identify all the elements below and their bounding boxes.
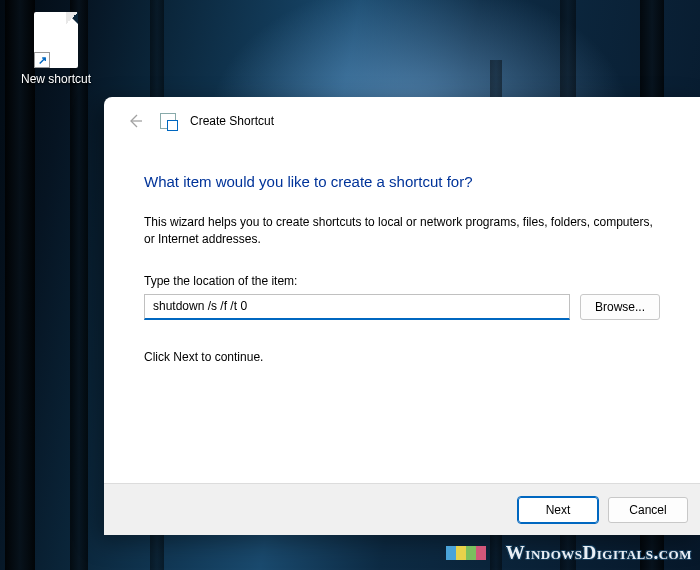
next-button[interactable]: Next (518, 497, 598, 523)
file-icon: ↗ (34, 12, 78, 68)
desktop-icon-label: New shortcut (20, 72, 92, 86)
dialog-body: What item would you like to create a sho… (104, 145, 700, 483)
location-input[interactable] (144, 294, 570, 320)
shortcut-icon (160, 113, 176, 129)
location-row: Browse... (144, 294, 660, 320)
desktop-shortcut-icon[interactable]: ↗ New shortcut (20, 12, 92, 86)
arrow-left-icon (127, 113, 143, 129)
browse-button[interactable]: Browse... (580, 294, 660, 320)
dialog-description: This wizard helps you to create shortcut… (144, 214, 660, 248)
watermark: WindowsDigitals.com (506, 542, 692, 564)
dialog-footer: Next Cancel (104, 483, 700, 535)
dialog-heading: What item would you like to create a sho… (144, 173, 660, 190)
watermark-colorbar (446, 546, 486, 560)
create-shortcut-dialog: Create Shortcut What item would you like… (104, 97, 700, 535)
continue-hint: Click Next to continue. (144, 350, 660, 364)
dialog-title: Create Shortcut (190, 114, 274, 128)
shortcut-overlay-icon: ↗ (34, 52, 50, 68)
back-button[interactable] (124, 110, 146, 132)
desktop: ↗ New shortcut Create Shortcut What item… (0, 0, 700, 570)
watermark-text: WindowsDigitals.com (506, 542, 692, 563)
cancel-button[interactable]: Cancel (608, 497, 688, 523)
dialog-header: Create Shortcut (104, 97, 700, 145)
location-label: Type the location of the item: (144, 274, 660, 288)
